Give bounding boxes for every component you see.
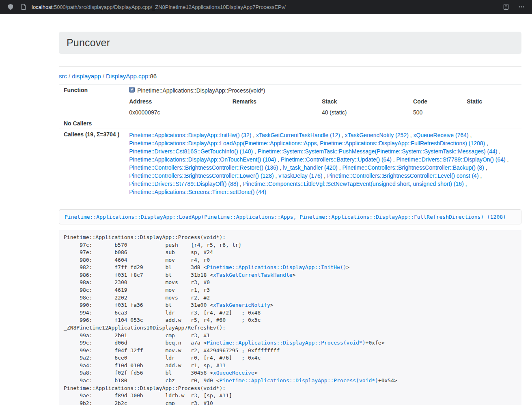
url-path: :5000/path/src/displayapp/DisplayApp.cpp…: [52, 4, 286, 10]
callee-separator: ,: [392, 156, 396, 163]
callee-link[interactable]: Pinetime::Controllers::Battery::Update()…: [281, 156, 392, 163]
svg-text:f: f: [131, 88, 133, 92]
callee-link[interactable]: Pinetime::Controllers::BrightnessControl…: [327, 172, 478, 179]
callee-link[interactable]: vTaskDelay (176): [278, 172, 322, 179]
callee-link[interactable]: Pinetime::Applications::DisplayApp::Init…: [129, 132, 251, 138]
callee-link[interactable]: Pinetime::System::SystemTask::PushMessag…: [258, 148, 498, 155]
callee-separator: ,: [340, 132, 345, 138]
stats-header-row: Address Remarks Stack Code Static: [124, 96, 521, 107]
reader-view-icon[interactable]: [501, 2, 511, 12]
stats-data-row: 0x0000097c 40 (static) 500: [124, 107, 521, 118]
callee-link[interactable]: Pinetime::Applications::DisplayApp::Load…: [129, 140, 485, 146]
url-bar[interactable]: localhost:5000/path/src/displayapp/Displ…: [32, 4, 501, 10]
code-symbol-link[interactable]: Pinetime::Applications::DisplayApp::Proc…: [207, 340, 365, 346]
disassembly: Pinetime::Applications::DisplayApp::Proc…: [59, 230, 521, 405]
callee-link[interactable]: Pinetime::Controllers::BrightnessControl…: [129, 164, 278, 171]
callee-link[interactable]: Pinetime::Controllers::BrightnessControl…: [342, 164, 484, 171]
column-header-address: Address: [124, 96, 227, 107]
page-container: Puncover src/displayapp/DisplayApp.cpp:8…: [59, 32, 521, 405]
callee-separator: ,: [253, 148, 258, 155]
app-header: Puncover: [59, 32, 521, 54]
page-title: Puncover: [67, 37, 514, 49]
function-name: Pinetime::Applications::DisplayApp::Proc…: [137, 87, 265, 94]
callee-separator: ,: [506, 156, 509, 163]
callee-link[interactable]: xTaskGetCurrentTaskHandle (12): [256, 132, 340, 138]
breadcrumb-link-file[interactable]: DisplayApp.cpp: [106, 73, 148, 80]
callee-separator: ,: [485, 140, 488, 146]
callees-row: Callees (19, Σ=3704 ) Pinetime::Applicat…: [59, 129, 521, 198]
callee-link[interactable]: xQueueReceive (764): [414, 132, 469, 138]
breadcrumb-link-displayapp[interactable]: displayapp: [72, 73, 101, 80]
symbol-table: Function f Pinetime::Applications::Displ…: [59, 84, 521, 198]
stats-table: Address Remarks Stack Code Static 0x0000…: [124, 96, 521, 118]
selected-symbol-box: Pinetime::Applications::DisplayApp::Load…: [59, 209, 521, 224]
breadcrumb-link-src[interactable]: src: [59, 73, 67, 80]
callee-link[interactable]: Pinetime::Drivers::St7789::DisplayOn() (…: [396, 156, 506, 163]
callee-separator: ,: [276, 156, 281, 163]
divider: [59, 66, 521, 67]
callee-link[interactable]: xTaskGenericNotify (252): [345, 132, 409, 138]
column-header-remarks: Remarks: [228, 96, 317, 107]
no-callers-row: No Callers: [59, 118, 521, 129]
callee-link[interactable]: Pinetime::Drivers::Cst816S::GetTouchInfo…: [129, 148, 253, 155]
browser-toolbar: localhost:5000/path/src/displayapp/Displ…: [0, 0, 532, 14]
breadcrumb-line-number: :86: [148, 73, 157, 80]
code-symbol-link[interactable]: Pinetime::Applications::DisplayApp::Init…: [207, 264, 346, 270]
function-label: Function: [59, 85, 124, 96]
menu-dots-icon[interactable]: [517, 2, 526, 12]
breadcrumb: src/displayapp/DisplayApp.cpp:86: [59, 73, 521, 80]
code-symbol-link[interactable]: xTaskGenericNotify: [213, 302, 270, 308]
function-row: Function f Pinetime::Applications::Displ…: [59, 85, 521, 96]
remarks-value: [228, 107, 317, 118]
callee-separator: ,: [278, 164, 283, 171]
no-callers-label: No Callers: [59, 118, 124, 129]
callee-separator: ,: [238, 181, 243, 187]
callee-separator: ,: [251, 132, 256, 138]
code-value: 500: [408, 107, 462, 118]
column-header-static: Static: [462, 96, 521, 107]
column-header-code: Code: [408, 96, 462, 107]
callee-link[interactable]: Pinetime::Applications::Screens::Timer::…: [129, 189, 266, 195]
column-header-stack: Stack: [317, 96, 408, 107]
stack-value: 40 (static): [317, 107, 408, 118]
function-icon: f: [129, 87, 135, 94]
callee-separator: ,: [479, 172, 482, 179]
callee-separator: ,: [338, 164, 342, 171]
symbol-stats-row: Address Remarks Stack Code Static 0x0000…: [59, 96, 521, 118]
callee-separator: ,: [484, 164, 487, 171]
callees-list: Pinetime::Applications::DisplayApp::Init…: [124, 129, 521, 198]
address-value: 0x0000097c: [124, 107, 227, 118]
static-value: [462, 107, 521, 118]
url-host: localhost: [32, 4, 52, 10]
callee-separator: ,: [322, 172, 327, 179]
callee-separator: ,: [274, 172, 279, 179]
callee-separator: ,: [469, 132, 472, 138]
breadcrumb-separator: /: [103, 73, 104, 80]
callee-link[interactable]: Pinetime::Components::LittleVgl::SetNewT…: [243, 181, 464, 187]
callee-link[interactable]: Pinetime::Drivers::St7789::DisplayOff() …: [129, 181, 238, 187]
page-icon[interactable]: [19, 2, 28, 12]
callee-link[interactable]: Pinetime::Controllers::BrightnessControl…: [129, 172, 274, 179]
breadcrumb-separator: /: [69, 73, 70, 80]
callee-link[interactable]: lv_task_handler (420): [283, 164, 338, 171]
callee-separator: ,: [409, 132, 414, 138]
code-symbol-link[interactable]: xTaskGetCurrentTaskHandle: [213, 272, 293, 278]
callee-separator: ,: [497, 148, 500, 155]
callee-link[interactable]: Pinetime::Applications::DisplayApp::OnTo…: [129, 156, 276, 163]
code-symbol-link[interactable]: Pinetime::Applications::DisplayApp::Proc…: [220, 377, 378, 383]
callees-label: Callees (19, Σ=3704 ): [59, 129, 124, 198]
code-symbol-link[interactable]: xQueueReceive: [213, 370, 254, 376]
callee-separator: ,: [464, 181, 467, 187]
selected-symbol-link[interactable]: Pinetime::Applications::DisplayApp::Load…: [65, 214, 506, 220]
shield-icon[interactable]: [6, 2, 15, 12]
